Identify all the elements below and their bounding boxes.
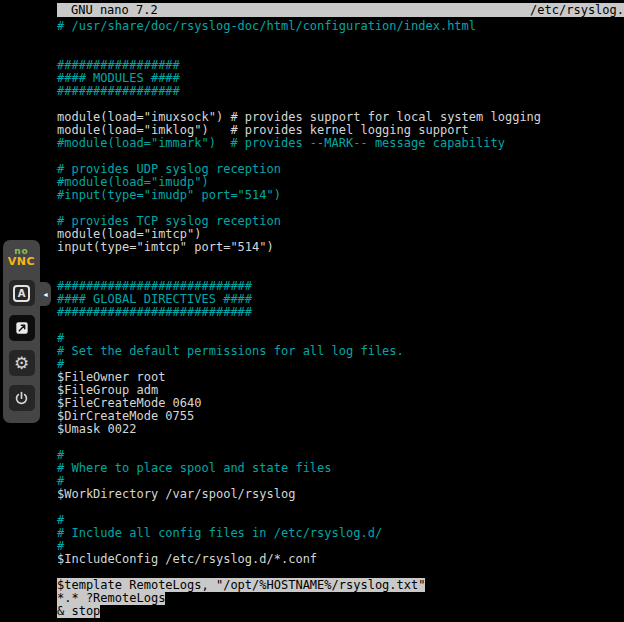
editor-lines: # /usr/share/doc/rsyslog-doc/html/config… <box>57 17 624 618</box>
collapse-arrow-icon: ◂ <box>43 290 47 299</box>
editor-line: # Set the default permissions for all lo… <box>57 345 624 358</box>
gear-icon: ⚙ <box>14 355 29 372</box>
editor-line: $IncludeConfig /etc/rsyslog.d/*.conf <box>57 553 624 566</box>
editor-line: $Umask 0022 <box>57 423 624 436</box>
editor-line <box>57 501 624 514</box>
settings-button[interactable]: ⚙ <box>9 350 35 376</box>
editor-line: $WorkDirectory /var/spool/rsyslog <box>57 488 624 501</box>
nano-filename: /etc/rsyslog. <box>530 3 624 17</box>
fullscreen-icon <box>14 320 30 336</box>
editor-line <box>57 319 624 332</box>
novnc-toolbar: no VNC A ⚙ ◂ <box>3 240 40 423</box>
keyboard-a-icon: A <box>13 285 30 302</box>
nano-title-bar: GNU nano 7.2 /etc/rsyslog. <box>57 3 624 17</box>
nano-version: GNU nano 7.2 <box>57 3 158 17</box>
editor-line: input(type="imtcp" port="514") <box>57 241 624 254</box>
fullscreen-button[interactable] <box>9 315 35 341</box>
editor-line <box>57 33 624 46</box>
extra-keys-button[interactable]: A <box>9 280 35 306</box>
editor-line: ########################### <box>57 306 624 319</box>
editor-line <box>57 436 624 449</box>
editor-line: # Include all config files in /etc/rsysl… <box>57 527 624 540</box>
power-button[interactable] <box>9 385 35 411</box>
editor-line: ################# <box>57 85 624 98</box>
novnc-logo-vnc: VNC <box>8 256 35 267</box>
editor-line: # Where to place spool and state files <box>57 462 624 475</box>
editor-line <box>57 254 624 267</box>
toolbar-handle[interactable]: ◂ <box>40 282 51 306</box>
terminal-screen[interactable]: GNU nano 7.2 /etc/rsyslog. # /usr/share/… <box>57 0 624 622</box>
editor-line: #input(type="imudp" port="514") <box>57 189 624 202</box>
editor-line: #module(load="immark") # provides --MARK… <box>57 137 624 150</box>
editor-line: # /usr/share/doc/rsyslog-doc/html/config… <box>57 20 624 33</box>
editor-line: & stop <box>57 605 624 618</box>
novnc-logo: no VNC <box>8 247 35 267</box>
editor-line: *.* ?RemoteLogs <box>57 592 624 605</box>
editor-line: $DirCreateMode 0755 <box>57 410 624 423</box>
power-icon <box>13 390 30 407</box>
